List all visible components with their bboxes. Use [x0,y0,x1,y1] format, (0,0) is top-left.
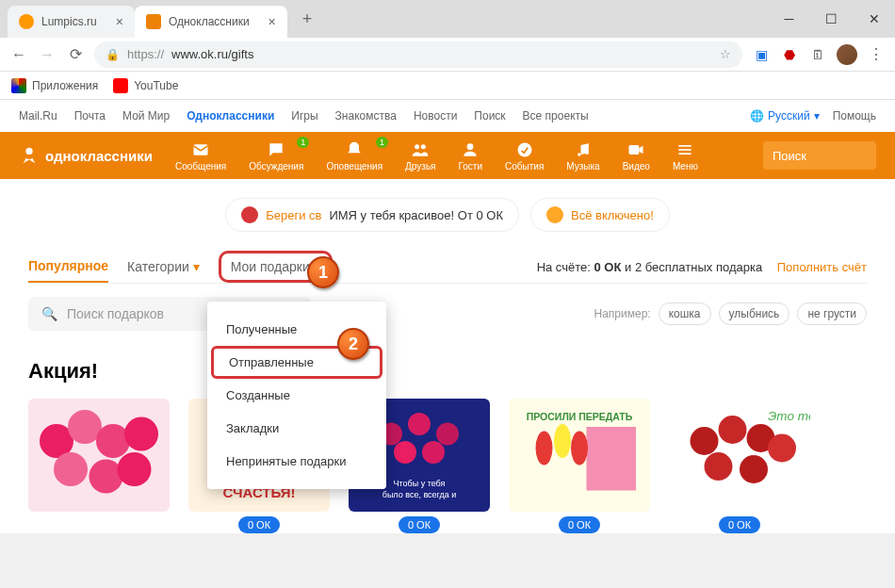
topnav-link[interactable]: Новости [414,109,457,122]
topnav-link[interactable]: Игры [291,109,317,122]
url-input[interactable]: 🔒 https://www.ok.ru/gifts ☆ [94,41,742,68]
nav-events[interactable]: События [505,140,544,172]
topnav-link[interactable]: Одноклассники [187,109,274,122]
nav-friends[interactable]: Друзья [405,140,435,172]
svg-point-29 [394,441,416,464]
topnav-link[interactable]: Знакомства [335,109,397,122]
section-title: Акция! [28,344,867,399]
topnav-link[interactable]: Mail.Ru [19,109,57,122]
page-content: Береги свИМЯ у тебя красивое! От 0 ОК Вс… [0,179,895,533]
new-tab-button[interactable]: + [295,9,320,29]
address-bar: ← → ⟳ 🔒 https://www.ok.ru/gifts ☆ ▣ ⬣ 🗓 … [0,38,895,72]
globe-icon: 🌐 [750,109,764,122]
bookmark-apps[interactable]: Приложения [11,78,98,93]
gift-image-tulips: ПРОСИЛИ ПЕРЕДАТЬ [509,399,650,512]
nav-menu[interactable]: Меню [673,140,698,172]
menu-icon[interactable]: ⋮ [867,45,886,63]
dd-item-bookmarks[interactable]: Закладки [207,412,386,445]
chat-icon [267,140,285,159]
reload-icon[interactable]: ⟳ [66,45,85,63]
tab-categories[interactable]: Категории ▾ [127,252,200,282]
gift-card[interactable]: Это тебе! 0 ОК [669,399,810,533]
search-icon: 🔍 [41,306,57,321]
promo-button-all[interactable]: Всё включено! [530,198,670,232]
svg-text:Это тебе!: Это тебе! [768,409,810,423]
gift-card[interactable]: ПРОСИЛИ ПЕРЕДАТЬ 0 ОК [509,399,650,533]
chevron-down-icon: ▾ [193,259,200,274]
example-tag[interactable]: кошка [659,302,711,325]
svg-point-36 [554,424,571,458]
help-link[interactable]: Помощь [833,109,876,122]
svg-point-43 [768,434,796,463]
site-logo[interactable]: одноклассники [19,145,153,166]
nav-video[interactable]: Видео [623,140,650,172]
window-controls: ─ ☐ ✕ [768,5,895,33]
svg-point-45 [740,455,768,483]
maximize-button[interactable]: ☐ [810,5,853,33]
ext-calendar-icon[interactable]: 🗓 [808,45,827,64]
nav-messages[interactable]: Сообщения [175,140,226,172]
nav-guests[interactable]: Гости [459,140,482,172]
svg-point-30 [422,441,445,464]
dd-item-created[interactable]: Созданные [207,379,386,412]
svg-rect-9 [679,145,692,147]
browser-tab-ok[interactable]: Одноклассники × [135,6,287,38]
friends-icon [411,140,430,159]
profile-avatar[interactable] [837,44,857,65]
topnav-link[interactable]: Все проекты [523,109,589,122]
promo-button-name[interactable]: Береги свИМЯ у тебя красивое! От 0 ОК [225,198,519,232]
close-button[interactable]: ✕ [853,5,895,33]
svg-point-27 [408,413,431,435]
search-examples: Например: кошка улыбнись не грусти [594,302,867,325]
bookmark-label: Приложения [32,79,98,92]
annotation-marker-1: 1 [307,256,339,288]
url-prefix: https:// [127,47,164,61]
topnav-link[interactable]: Поиск [474,109,505,122]
browser-tab-lumpics[interactable]: Lumpics.ru × [8,6,135,38]
bell-icon [345,140,364,159]
gift-price: 0 ОК [238,516,280,533]
bookmark-youtube[interactable]: YouTube [113,78,178,93]
lock-icon: 🔒 [106,48,120,61]
forward-icon[interactable]: → [38,46,57,63]
svg-point-44 [705,452,733,481]
language-selector[interactable]: 🌐Русский ▾ [750,109,820,122]
topup-link[interactable]: Пополнить счёт [777,260,867,274]
ext-adblock-icon[interactable]: ⬣ [780,45,799,64]
nav-music[interactable]: Музыка [566,140,599,172]
star-icon[interactable]: ☆ [720,47,731,61]
minimize-button[interactable]: ─ [768,5,810,33]
example-tag[interactable]: улыбнись [719,302,790,325]
close-icon[interactable]: × [116,14,123,29]
url-text: www.ok.ru/gifts [171,47,253,61]
dd-item-unaccepted[interactable]: Непринятые подарки [207,445,386,478]
svg-point-15 [96,424,130,458]
example-tag[interactable]: не грусти [797,302,867,325]
nav-notifications[interactable]: 1Оповещения [326,140,382,172]
close-icon[interactable]: × [268,14,276,29]
gift-card[interactable] [28,399,170,533]
guests-icon [461,140,480,159]
topnav-link[interactable]: Почта [74,109,106,122]
tab-popular[interactable]: Популярное [28,251,108,283]
music-icon [574,140,593,159]
svg-point-28 [436,423,459,446]
back-icon[interactable]: ← [9,46,28,63]
favicon-ok [146,14,161,29]
nav-discussions[interactable]: 1Обсуждения [249,140,303,172]
gift-price: 0 ОК [399,516,440,533]
account-balance: На счёте: 0 ОК и 2 бесплатных подарка По… [537,260,867,274]
svg-point-19 [118,452,152,486]
topnav-link[interactable]: Мой Мир [122,109,170,122]
svg-point-4 [467,143,474,150]
svg-point-3 [421,144,426,149]
main-nav: одноклассники Сообщения 1Обсуждения 1Опо… [0,132,895,179]
svg-point-6 [578,153,580,155]
ext-translate-icon[interactable]: ▣ [752,45,771,64]
svg-point-17 [54,452,88,486]
tab-title: Lumpics.ru [41,15,97,28]
svg-point-5 [517,142,531,156]
search-input[interactable]: Поиск [763,141,876,170]
browser-titlebar: Lumpics.ru × Одноклассники × + ─ ☐ ✕ [0,0,895,38]
mail-icon [191,140,210,159]
